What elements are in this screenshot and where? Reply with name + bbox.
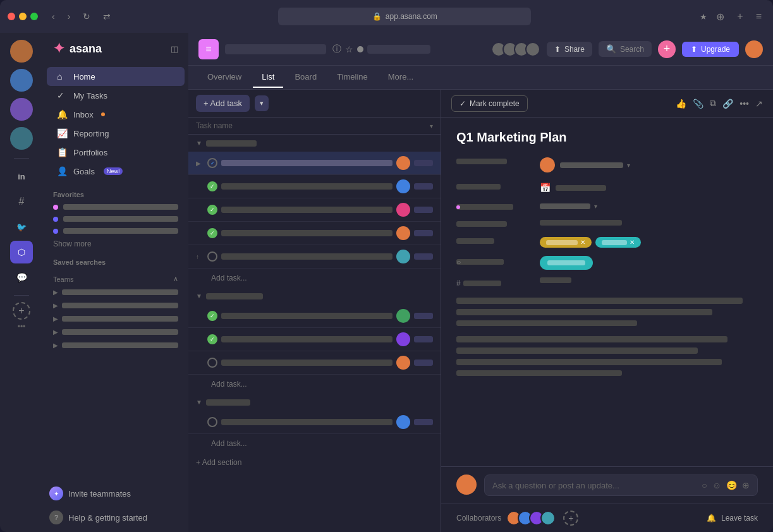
task-expand-1[interactable]: ▶ [196,160,204,167]
emoji-icon-2[interactable]: ☺ [712,480,721,490]
tab-list[interactable]: List [253,67,283,88]
forward-button[interactable]: › [64,9,75,24]
asana-icon[interactable]: ⬡ [10,241,33,263]
back-button[interactable]: ‹ [48,9,59,24]
assignee-dropdown[interactable]: ▾ [560,162,630,169]
add-task-button[interactable]: + Add task [196,95,250,112]
teams-collapse-icon[interactable]: ∧ [173,275,178,283]
tab-more[interactable]: More... [379,67,422,88]
task-row-1-5[interactable]: ↑ [188,245,441,269]
linkedin-icon[interactable]: in [10,165,33,188]
search-box[interactable]: 🔍 Search [599,41,652,57]
tag-yellow-remove[interactable]: ✕ [580,239,585,246]
sidebar-item-home[interactable]: ⌂ Home [47,67,185,86]
duplicate-icon[interactable]: ⧉ [710,98,716,109]
sidebar-item-reporting[interactable]: 📈 Reporting [47,124,185,143]
tab-board[interactable]: Board [286,67,326,88]
workflow-button[interactable]: ⇄ [99,9,114,24]
reload-button[interactable]: ↻ [79,9,94,24]
upgrade-button[interactable]: ⬆ Upgrade [682,42,739,57]
task-row-1-2[interactable]: ✓ [188,175,441,198]
task-row-2-3[interactable] [188,351,441,375]
tag-teal-remove[interactable]: ✕ [630,239,635,246]
mark-complete-button[interactable]: ✓ Mark complete [451,95,528,112]
section-caret-3[interactable]: ▼ [196,399,202,406]
favorite-item-1[interactable] [43,201,188,213]
more-apps-button[interactable]: ••• [18,322,26,331]
expand-icon[interactable]: ↗ [755,99,763,109]
task-row-2-1[interactable]: ✓ [188,305,441,328]
add-task-caret-button[interactable]: ▾ [255,95,269,111]
task-check-9[interactable] [207,417,217,427]
section-caret-1[interactable]: ▼ [196,140,202,147]
like-icon[interactable]: 👍 [676,99,686,109]
sidebar-item-my-tasks[interactable]: ✓ My Tasks [47,86,185,105]
add-collaborator-button[interactable]: + [563,511,578,526]
assignee-avatar[interactable] [540,157,555,172]
section-caret-2[interactable]: ▼ [196,293,202,299]
team-item-1[interactable]: ▶ [43,286,188,299]
task-row-2-2[interactable]: ✓ [188,328,441,351]
sidebar-item-portfolios[interactable]: 📋 Portfolios [47,143,185,162]
team-item-4[interactable]: ▶ [43,325,188,339]
favorite-item-2[interactable] [43,213,188,225]
more-icon[interactable]: ••• [740,99,749,109]
emoji-icon-3[interactable]: 😊 [726,480,737,490]
col-header-caret[interactable]: ▾ [430,123,433,130]
tab-timeline[interactable]: Timeline [328,67,377,88]
url-bar[interactable]: 🔒 app.asana.com [278,8,531,25]
star-icon[interactable]: ★ [700,12,707,21]
attach-icon[interactable]: 📎 [693,99,703,109]
team-item-3[interactable]: ▶ [43,312,188,325]
add-section-button[interactable]: + Add section [188,453,441,472]
twitter-icon[interactable]: 🐦 [10,215,33,238]
user-avatar[interactable] [745,40,763,58]
help-button[interactable]: ? Help & getting started [43,505,188,529]
collab-avatar-4[interactable] [540,511,556,526]
task-check-7[interactable]: ✓ [207,334,217,344]
comment-input[interactable]: Ask a question or post an update... ○ ☺ … [484,475,758,496]
tag-yellow[interactable]: ✕ [540,237,592,248]
user-avatar-1[interactable] [10,40,33,63]
add-task-inline-1[interactable]: Add task... [188,269,441,287]
sidebar-item-inbox[interactable]: 🔔 Inbox [47,105,185,124]
task-check-8[interactable] [207,358,217,368]
favorite-icon[interactable]: ☆ [345,44,353,54]
user-avatar-2[interactable] [10,69,33,92]
tab-overview[interactable]: Overview [198,67,250,88]
leave-task-button[interactable]: 🔔 Leave task [707,514,758,523]
task-check-4[interactable]: ✓ [207,228,217,238]
user-avatar-4[interactable] [10,127,33,150]
user-avatar-3[interactable] [10,98,33,121]
messenger-icon[interactable]: 💬 [10,266,33,289]
team-item-2[interactable]: ▶ [43,299,188,312]
task-row-1-1[interactable]: ▶ ✓ [188,152,441,175]
priority-value[interactable]: ▾ [540,203,758,210]
add-button[interactable]: + [658,40,676,58]
add-task-inline-2[interactable]: Add task... [188,375,441,394]
sidebar-collapse-button[interactable]: ◫ [171,44,178,54]
show-more-button[interactable]: Show more [43,237,188,251]
emoji-icon-4[interactable]: ⊕ [742,480,750,490]
emoji-icon-1[interactable]: ○ [702,480,707,490]
slack-icon[interactable]: # [10,190,33,213]
task-check-5[interactable] [207,251,217,262]
task-check-3[interactable]: ✓ [207,205,217,215]
close-button[interactable] [8,13,15,20]
member-avatar-4[interactable] [525,42,540,57]
task-check-1[interactable]: ✓ [207,158,217,168]
invite-teammates-button[interactable]: ✦ Invite teammates [43,481,188,505]
favorite-item-3[interactable] [43,225,188,237]
sidebar-item-goals[interactable]: 👤 Goals New! [47,162,185,181]
add-app-button[interactable]: + [13,302,30,320]
maximize-button[interactable] [30,13,38,20]
team-item-5[interactable]: ▶ [43,339,188,352]
new-tab-button[interactable]: + [733,8,746,25]
status-value[interactable] [540,258,758,267]
share-button[interactable]: ⬆ Share [547,42,592,57]
task-row-3-1[interactable] [188,411,441,434]
task-check-6[interactable]: ✓ [207,311,217,321]
due-date-value[interactable]: 📅 [540,183,758,193]
info-icon[interactable]: ⓘ [332,44,341,55]
minimize-button[interactable] [19,13,27,20]
